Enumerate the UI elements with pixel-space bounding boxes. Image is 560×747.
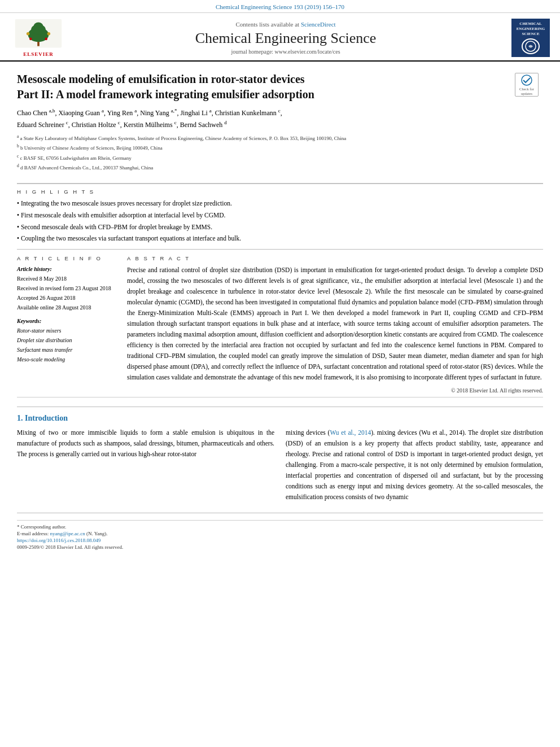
journal-citation: Chemical Engineering Science 193 (2019) … bbox=[216, 3, 344, 10]
intro-right-col: mixing devices (Wu et al., 2014). mixing… bbox=[286, 427, 543, 503]
affiliations: a a State Key Laboratory of Multiphase C… bbox=[17, 133, 507, 172]
check-for-updates-box: Check forupdates bbox=[515, 73, 543, 97]
intro-heading: 1. Introduction bbox=[17, 414, 543, 423]
intro-left-col: Mixing of two or more immiscible liquids… bbox=[17, 427, 274, 503]
received-revised-date: Received in revised form 23 August 2018 bbox=[17, 283, 116, 293]
intro-two-col: Mixing of two or more immiscible liquids… bbox=[17, 427, 543, 503]
article-info-abstract: A R T I C L E I N F O Article history: R… bbox=[17, 249, 543, 394]
highlights-label: H I G H L I G H T S bbox=[17, 189, 543, 195]
introduction-section: 1. Introduction Mixing of two or more im… bbox=[17, 407, 543, 503]
svg-point-8 bbox=[45, 37, 47, 40]
keyword-item: Rotor-stator mixers bbox=[17, 326, 116, 335]
section-divider bbox=[17, 397, 543, 397]
received-date: Received 8 May 2018 bbox=[17, 274, 116, 283]
abstract-label: A B S T R A C T bbox=[127, 255, 543, 261]
intro-left-text: Mixing of two or more immiscible liquids… bbox=[17, 427, 274, 460]
svg-point-7 bbox=[29, 37, 32, 40]
elsevier-logo-svg bbox=[13, 19, 64, 50]
intro-right-text: mixing devices (Wu et al., 2014). mixing… bbox=[286, 427, 543, 503]
journal-center: Contents lists available at ScienceDirec… bbox=[67, 21, 505, 55]
doi-line: https://doi.org/10.1016/j.ces.2018.08.04… bbox=[17, 538, 543, 543]
issn-line: 0009-2509/© 2018 Elsevier Ltd. All right… bbox=[17, 544, 543, 550]
journal-bar: Chemical Engineering Science 193 (2019) … bbox=[0, 0, 560, 13]
keyword-item: Meso-scale modeling bbox=[17, 355, 116, 364]
history-section: Article history: Received 8 May 2018 Rec… bbox=[17, 266, 116, 312]
keyword-item: Droplet size distribution bbox=[17, 335, 116, 345]
journal-name: Chemical Engineering Science bbox=[67, 30, 505, 47]
journal-homepage: journal homepage: www.elsevier.com/locat… bbox=[67, 49, 505, 55]
keywords-section: Keywords: Rotor-stator mixers Droplet si… bbox=[17, 318, 116, 364]
available-online-date: Available online 28 August 2018 bbox=[17, 303, 116, 312]
highlights-list: Integrating the two mesoscale issues pro… bbox=[17, 198, 543, 244]
article-title: Mesoscale modeling of emulsification in … bbox=[17, 72, 507, 102]
highlight-item: Second mesoscale deals with CFD–PBM for … bbox=[17, 221, 543, 233]
page-footer: * Corresponding author. E-mail address: … bbox=[17, 513, 543, 550]
keywords-label: Keywords: bbox=[17, 318, 116, 324]
wu-et-al-link[interactable]: Wu et al., 2014 bbox=[330, 429, 371, 436]
article-title-section: Mesoscale modeling of emulsification in … bbox=[17, 62, 543, 184]
ces-logo-circle bbox=[522, 38, 540, 54]
ces-logo: CHEMICAL ENGINEERING SCIENCE bbox=[511, 19, 550, 57]
keyword-item: Surfactant mass transfer bbox=[17, 345, 116, 355]
elsevier-logo: ELSEVIER bbox=[10, 19, 67, 57]
science-direct-info: Contents lists available at ScienceDirec… bbox=[67, 21, 505, 28]
article-info-label: A R T I C L E I N F O bbox=[17, 255, 116, 261]
journal-header: ELSEVIER Contents lists available at Sci… bbox=[0, 13, 560, 62]
abstract-text: Precise and rational control of droplet … bbox=[127, 265, 543, 383]
copyright-line: © 2018 Elsevier Ltd. All rights reserved… bbox=[127, 387, 543, 394]
accepted-date: Accepted 26 August 2018 bbox=[17, 293, 116, 303]
highlights-section: H I G H L I G H T S Integrating the two … bbox=[17, 184, 543, 244]
main-content: Mesoscale modeling of emulsification in … bbox=[0, 62, 560, 550]
svg-point-10 bbox=[522, 75, 532, 85]
doi-link[interactable]: https://doi.org/10.1016/j.ces.2018.08.04… bbox=[17, 538, 100, 543]
svg-point-6 bbox=[47, 32, 51, 35]
wu-reference: mixing devices ( bbox=[286, 429, 330, 436]
elsevier-brand-text: ELSEVIER bbox=[23, 51, 54, 57]
history-title: Article history: bbox=[17, 266, 116, 272]
highlight-item: Integrating the two mesoscale issues pro… bbox=[17, 198, 543, 209]
science-direct-link[interactable]: ScienceDirect bbox=[301, 21, 336, 28]
article-info-col: A R T I C L E I N F O Article history: R… bbox=[17, 255, 116, 394]
svg-point-4 bbox=[34, 22, 43, 29]
highlight-item: First mesoscale deals with emulsifier ad… bbox=[17, 209, 543, 221]
authors: Chao Chen a,b, Xiaoping Guan a, Ying Ren… bbox=[17, 107, 507, 131]
highlight-item: Coupling the two mesoscales via surfacta… bbox=[17, 233, 543, 244]
page: Chemical Engineering Science 193 (2019) … bbox=[0, 0, 560, 747]
abstract-col: A B S T R A C T Precise and rational con… bbox=[127, 255, 543, 394]
title-and-authors: Mesoscale modeling of emulsification in … bbox=[17, 72, 507, 177]
corresponding-author-note: * Corresponding author. bbox=[17, 524, 543, 530]
email-note: E-mail address: nyang@ipe.ac.cn (N. Yang… bbox=[17, 531, 543, 536]
email-link[interactable]: nyang@ipe.ac.cn bbox=[50, 531, 85, 536]
svg-point-5 bbox=[27, 32, 30, 35]
check-for-updates: Check forupdates bbox=[515, 73, 539, 97]
ces-logo-box: CHEMICAL ENGINEERING SCIENCE bbox=[505, 19, 550, 57]
footer-divider bbox=[17, 520, 543, 521]
